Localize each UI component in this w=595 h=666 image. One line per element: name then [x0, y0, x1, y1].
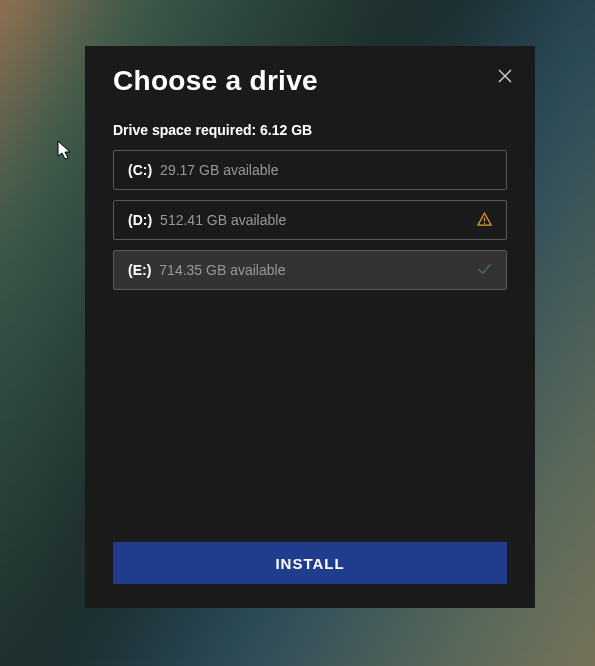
- drive-letter: (E:): [128, 262, 151, 278]
- drive-option-e[interactable]: (E:) 714.35 GB available: [113, 250, 507, 290]
- warning-icon: [476, 212, 492, 228]
- close-icon: [498, 69, 512, 83]
- drive-list: (C:) 29.17 GB available (D:) 512.41 GB a…: [85, 150, 535, 290]
- choose-drive-modal: Choose a drive Drive space required: 6.1…: [85, 46, 535, 608]
- drive-available: 29.17 GB available: [160, 162, 278, 178]
- drive-option-c[interactable]: (C:) 29.17 GB available: [113, 150, 507, 190]
- drive-available: 512.41 GB available: [160, 212, 286, 228]
- drive-available: 714.35 GB available: [159, 262, 285, 278]
- modal-title: Choose a drive: [113, 64, 318, 98]
- install-button[interactable]: INSTALL: [113, 542, 507, 584]
- check-icon: [476, 262, 492, 278]
- drive-letter: (D:): [128, 212, 152, 228]
- close-button[interactable]: [495, 66, 515, 86]
- modal-header: Choose a drive: [85, 64, 535, 98]
- drive-option-d[interactable]: (D:) 512.41 GB available: [113, 200, 507, 240]
- space-required-label: Drive space required: 6.12 GB: [85, 122, 535, 138]
- drive-letter: (C:): [128, 162, 152, 178]
- svg-point-3: [483, 223, 485, 225]
